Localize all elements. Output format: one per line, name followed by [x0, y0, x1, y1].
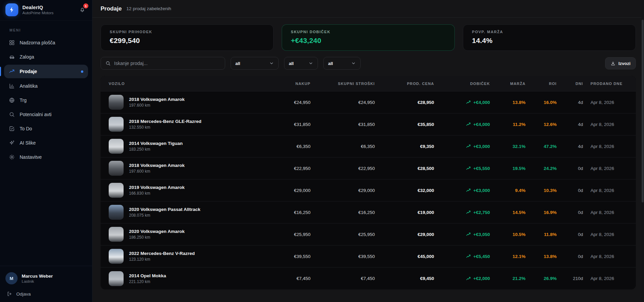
filter-dropdown-1[interactable]: all — [231, 57, 279, 70]
scrollbar-thumb[interactable] — [642, 20, 644, 202]
roi-cell: 13.8% — [525, 254, 557, 259]
sidebar-item-label: Nadzorna plošča — [20, 40, 55, 45]
table-row[interactable]: 2018 Mercedes-Benz GLE-Razred 132.550 km… — [101, 113, 636, 135]
export-button[interactable]: Izvozi — [605, 57, 636, 69]
vehicle-thumbnail — [109, 227, 124, 242]
sidebar-item-label: Potencialni avti — [20, 112, 51, 117]
sidebar-item-trg[interactable]: Trg — [4, 94, 88, 107]
table-row[interactable]: 2014 Volkswagen Tiguan 183.250 km €6,350… — [101, 135, 636, 157]
active-indicator — [0, 67, 1, 76]
sidebar-item-nadzorna-plo-a[interactable]: Nadzorna plošča — [4, 36, 88, 49]
total-costs-cell: €6,350 — [310, 144, 375, 149]
vehicle-title: 2018 Mercedes-Benz GLE-Razred — [129, 119, 201, 124]
total-costs-cell: €16,250 — [310, 210, 375, 215]
purchase-price-cell: €6,350 — [270, 144, 310, 149]
roi-cell: 16.9% — [525, 210, 557, 215]
search-box — [101, 57, 225, 70]
roi-cell: 10.3% — [525, 188, 557, 193]
profit-cell: +€3,050 — [434, 232, 490, 237]
table-row[interactable]: 2014 Opel Mokka 221.120 km €7,450 €7,450… — [101, 267, 636, 289]
roi-cell: 16.0% — [525, 100, 557, 105]
roi-cell: 24.2% — [525, 166, 557, 171]
sidebar-item-potencialni-avti[interactable]: Potencialni avti — [4, 108, 88, 121]
sale-price-cell: €9,450 — [375, 276, 434, 281]
topbar: Prodaje 12 prodaj zabeleženih — [92, 0, 644, 18]
stat-card-revenue: SKUPNI PRIHODEK €299,540 — [101, 24, 274, 51]
search-input[interactable] — [114, 61, 220, 66]
sidebar-item-label: AI Slike — [20, 140, 36, 146]
page-title: Prodaje — [101, 5, 122, 12]
days-cell: 0d — [557, 210, 583, 215]
sidebar-item-nastavitve[interactable]: Nastavitve — [4, 151, 88, 164]
filter-dropdown-3[interactable]: all — [323, 57, 361, 70]
days-cell: 4d — [557, 122, 583, 127]
sold-date-cell: Apr 8, 2026 — [583, 144, 636, 149]
sidebar-item-label: Analitika — [20, 83, 38, 89]
total-costs-cell: €7,450 — [310, 276, 375, 281]
purchase-price-cell: €7,450 — [270, 276, 310, 281]
sidebar-item-prodaje[interactable]: Prodaje — [4, 65, 88, 78]
sale-price-cell: €29,000 — [375, 232, 434, 237]
margin-cell: 11.2% — [490, 122, 525, 127]
stat-value: +€43,240 — [291, 37, 446, 45]
trend-up-icon — [466, 122, 471, 126]
vehicle-mileage: 123.120 km — [129, 257, 195, 262]
menu-section-label: MENI — [0, 21, 92, 36]
table-row[interactable]: 2019 Volkswagen Amarok 166.830 km €29,00… — [101, 179, 636, 201]
stat-card-profit: SKUPNI DOBIČEK +€43,240 — [282, 24, 455, 51]
check-square-icon — [9, 126, 15, 132]
user-profile[interactable]: M Marcus Weber Lastnik — [5, 272, 87, 284]
notifications-button[interactable]: 1 — [78, 5, 87, 14]
vehicle-thumbnail — [109, 95, 124, 110]
vehicle-title: 2019 Volkswagen Amarok — [129, 185, 185, 190]
profit-cell: +€5,550 — [434, 166, 490, 171]
chevron-down-icon — [351, 61, 356, 66]
logout-button[interactable]: Odjava — [5, 291, 87, 297]
sale-price-cell: €45,000 — [375, 254, 434, 259]
sidebar-item-to-do[interactable]: To Do — [4, 122, 88, 135]
total-costs-cell: €31,850 — [310, 122, 375, 127]
sold-date-cell: Apr 8, 2026 — [583, 188, 636, 193]
sidebar-nav: Nadzorna plošča Zaloga Prodaje Analitika… — [0, 36, 92, 164]
days-cell: 0d — [557, 188, 583, 193]
bar-chart-icon — [9, 83, 15, 89]
car-icon — [9, 54, 15, 60]
col-header: VOZILO — [101, 82, 270, 86]
margin-cell: 13.8% — [490, 100, 525, 105]
stat-label: SKUPNI DOBIČEK — [291, 30, 446, 34]
sidebar: DealerIQ AutoPrime Motors 1 MENI Nadzorn… — [0, 0, 92, 302]
vehicle-thumbnail — [109, 117, 124, 132]
sale-price-cell: €19,000 — [375, 210, 434, 215]
vehicle-title: 2014 Opel Mokka — [129, 273, 166, 278]
sidebar-item-ai-slike[interactable]: AI Slike — [4, 136, 88, 149]
table-row[interactable]: 2018 Volkswagen Amarok 197.600 km €24,95… — [101, 91, 636, 113]
table-row[interactable]: 2018 Volkswagen Amarok 197.600 km €22,95… — [101, 157, 636, 179]
stat-card-margin: POVP. MARŽA 14.4% — [463, 24, 636, 51]
margin-cell: 32.1% — [490, 144, 525, 149]
brand-subtitle: AutoPrime Motors — [22, 11, 74, 15]
trend-up-icon — [466, 100, 471, 104]
table-row[interactable]: 2020 Volkswagen Passat Alltrack 208.075 … — [101, 201, 636, 223]
table-row[interactable]: 2022 Mercedes-Benz V-Razred 123.120 km €… — [101, 245, 636, 267]
sidebar-item-analitika[interactable]: Analitika — [4, 80, 88, 92]
vehicle-thumbnail — [109, 139, 124, 154]
col-header: MARŽA — [490, 82, 525, 86]
purchase-price-cell: €25,950 — [270, 232, 310, 237]
col-header: PRODANO DNE — [583, 82, 636, 86]
table-row[interactable]: 2020 Volkswagen Amarok 186.250 km €25,95… — [101, 223, 636, 245]
vehicle-title: 2020 Volkswagen Passat Alltrack — [129, 207, 200, 212]
roi-cell: 47.2% — [525, 144, 557, 149]
stat-label: POVP. MARŽA — [472, 30, 627, 34]
sidebar-item-zaloga[interactable]: Zaloga — [4, 50, 88, 63]
filter-dropdown-2[interactable]: all — [284, 57, 318, 70]
grid-icon — [9, 40, 15, 46]
roi-cell: 11.8% — [525, 232, 557, 237]
vehicle-title: 2018 Volkswagen Amarok — [129, 163, 185, 168]
brand-name: DealerIQ — [22, 5, 74, 10]
sold-date-cell: Apr 8, 2026 — [583, 254, 636, 259]
col-header: DOBIČEK — [434, 82, 490, 86]
purchase-price-cell: €22,950 — [270, 166, 310, 171]
logout-label: Odjava — [16, 292, 31, 297]
sale-price-cell: €35,850 — [375, 122, 434, 127]
sold-date-cell: Apr 8, 2026 — [583, 276, 636, 281]
